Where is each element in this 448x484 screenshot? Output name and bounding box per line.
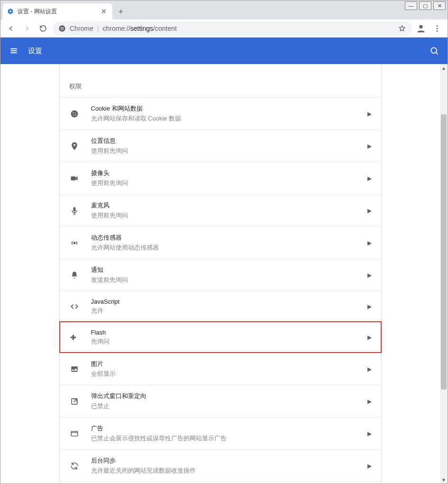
scroll-track[interactable] bbox=[440, 72, 448, 476]
overflow-menu-icon[interactable] bbox=[430, 22, 444, 35]
chevron-right-icon: ▶ bbox=[367, 366, 372, 372]
row-title: 摄像头 bbox=[91, 169, 357, 177]
open-in-new-icon bbox=[68, 397, 81, 406]
row-title: 图片 bbox=[91, 360, 357, 368]
scroll-up-arrow-icon[interactable]: ▲ bbox=[440, 64, 448, 72]
svg-rect-13 bbox=[71, 176, 75, 180]
svg-point-12 bbox=[75, 114, 76, 115]
row-title: 弹出式窗口和重定向 bbox=[91, 392, 357, 400]
settings-panel: 权限 Cookie 和网站数据 允许网站保存和读取 Cookie 数据 ▶ bbox=[59, 64, 382, 484]
close-icon[interactable]: ✕ bbox=[100, 8, 108, 15]
svg-point-8 bbox=[71, 110, 78, 117]
tab-strip: 设置 - 网站设置 ✕ + bbox=[0, 0, 405, 19]
chevron-right-icon: ▶ bbox=[367, 463, 372, 469]
row-subtitle: 允许网站保存和读取 Cookie 数据 bbox=[91, 114, 357, 123]
row-subtitle: 使用前先询问 bbox=[91, 147, 357, 155]
browser-tab-active[interactable]: 设置 - 网站设置 ✕ bbox=[2, 3, 112, 19]
omnibox-scheme-label: Chrome bbox=[70, 25, 93, 32]
back-button[interactable] bbox=[4, 22, 18, 35]
row-subtitle: 已禁止会展示侵扰性或误导性广告的网站显示广告 bbox=[91, 434, 357, 443]
row-location[interactable]: 位置信息 使用前先询问 ▶ bbox=[60, 130, 381, 162]
row-subtitle: 允许最近关闭的网站完成数据收发操作 bbox=[91, 466, 357, 475]
chevron-right-icon: ▶ bbox=[367, 175, 372, 182]
gear-icon bbox=[7, 8, 14, 15]
omnibox-url: chrome://settings/content bbox=[102, 25, 176, 32]
row-motion-sensors[interactable]: 动态传感器 允许网站使用动态传感器 ▶ bbox=[60, 226, 381, 259]
row-subtitle: 允许 bbox=[91, 307, 357, 315]
chevron-right-icon: ▶ bbox=[367, 207, 372, 214]
content-viewport: 权限 Cookie 和网站数据 允许网站保存和读取 Cookie 数据 ▶ bbox=[0, 64, 448, 484]
chevron-right-icon: ▶ bbox=[367, 334, 372, 341]
row-ads[interactable]: 广告 已禁止会展示侵扰性或误导性广告的网站显示广告 ▶ bbox=[60, 417, 381, 449]
forward-button[interactable] bbox=[20, 22, 34, 35]
chevron-right-icon: ▶ bbox=[367, 111, 372, 117]
row-title: 后台同步 bbox=[91, 456, 357, 465]
row-sound[interactable]: 声音 bbox=[60, 482, 381, 484]
hamburger-menu-icon[interactable] bbox=[9, 46, 18, 56]
row-subtitle: 已禁止 bbox=[91, 402, 357, 410]
reload-button[interactable] bbox=[37, 22, 50, 35]
svg-point-4 bbox=[437, 25, 438, 27]
row-cookies[interactable]: Cookie 和网站数据 允许网站保存和读取 Cookie 数据 ▶ bbox=[60, 97, 381, 130]
svg-rect-16 bbox=[71, 366, 77, 372]
row-title: 通知 bbox=[91, 266, 357, 274]
profile-icon[interactable] bbox=[414, 22, 428, 35]
minimize-button[interactable]: — bbox=[405, 1, 417, 10]
row-subtitle: 发送前先询问 bbox=[91, 276, 357, 284]
row-title: 麦克风 bbox=[91, 201, 357, 210]
section-label: 权限 bbox=[60, 78, 381, 97]
svg-point-3 bbox=[419, 25, 422, 28]
row-subtitle: 全部显示 bbox=[91, 370, 357, 378]
row-title: 位置信息 bbox=[91, 137, 357, 145]
cookie-icon bbox=[68, 109, 81, 119]
plugin-icon bbox=[68, 333, 81, 342]
row-subtitle: 先询问 bbox=[91, 337, 357, 346]
scroll-down-arrow-icon[interactable]: ▼ bbox=[440, 476, 448, 484]
row-images[interactable]: 图片 全部显示 ▶ bbox=[60, 353, 381, 385]
row-flash[interactable]: Flash 先询问 ▶ bbox=[60, 322, 381, 353]
row-title: JavaScript bbox=[91, 298, 357, 305]
chevron-right-icon: ▶ bbox=[367, 398, 372, 405]
svg-point-9 bbox=[73, 112, 73, 113]
chevron-right-icon: ▶ bbox=[367, 430, 372, 437]
row-background-sync[interactable]: 后台同步 允许最近关闭的网站完成数据收发操作 ▶ bbox=[60, 449, 381, 482]
code-icon bbox=[68, 302, 81, 311]
row-javascript[interactable]: JavaScript 允许 ▶ bbox=[60, 291, 381, 322]
microphone-icon bbox=[68, 206, 81, 215]
svg-point-11 bbox=[73, 114, 74, 115]
address-bar[interactable]: Chrome | chrome://settings/content bbox=[53, 21, 411, 36]
row-subtitle: 使用前先询问 bbox=[91, 179, 357, 187]
vertical-scrollbar[interactable]: ▲ ▼ bbox=[440, 64, 448, 484]
window-icon bbox=[68, 429, 81, 438]
row-notifications[interactable]: 通知 发送前先询问 ▶ bbox=[60, 259, 381, 291]
bell-icon bbox=[68, 270, 81, 280]
sensor-icon bbox=[68, 238, 81, 248]
window-frame: 设置 - 网站设置 ✕ + — ▢ ✕ Chrome | c bbox=[0, 0, 448, 484]
row-popups[interactable]: 弹出式窗口和重定向 已禁止 ▶ bbox=[60, 385, 381, 417]
omnibox-separator: | bbox=[97, 25, 99, 32]
camera-icon bbox=[68, 174, 81, 183]
chevron-right-icon: ▶ bbox=[367, 240, 372, 246]
tab-title: 设置 - 网站设置 bbox=[18, 8, 96, 16]
svg-point-5 bbox=[437, 28, 438, 29]
chrome-icon bbox=[58, 25, 66, 32]
svg-point-10 bbox=[74, 112, 75, 113]
bookmark-star-icon[interactable] bbox=[398, 25, 406, 32]
sync-icon bbox=[68, 461, 81, 471]
svg-rect-18 bbox=[71, 431, 77, 436]
content-scroll-area[interactable]: 权限 Cookie 和网站数据 允许网站保存和读取 Cookie 数据 ▶ bbox=[0, 64, 440, 484]
settings-header: 设置 bbox=[0, 37, 448, 64]
svg-point-2 bbox=[61, 28, 63, 29]
new-tab-button[interactable]: + bbox=[114, 5, 128, 19]
row-camera[interactable]: 摄像头 使用前先询问 ▶ bbox=[60, 162, 381, 194]
row-microphone[interactable]: 麦克风 使用前先询问 ▶ bbox=[60, 194, 381, 226]
maximize-button[interactable]: ▢ bbox=[419, 1, 431, 10]
row-subtitle: 允许网站使用动态传感器 bbox=[91, 243, 357, 252]
close-button[interactable]: ✕ bbox=[433, 1, 446, 10]
titlebar: 设置 - 网站设置 ✕ + — ▢ ✕ bbox=[0, 0, 448, 19]
scroll-thumb[interactable] bbox=[441, 114, 447, 390]
chevron-right-icon: ▶ bbox=[367, 143, 372, 149]
location-pin-icon bbox=[68, 141, 81, 151]
search-icon[interactable] bbox=[430, 46, 439, 56]
row-title: Flash bbox=[91, 329, 357, 336]
